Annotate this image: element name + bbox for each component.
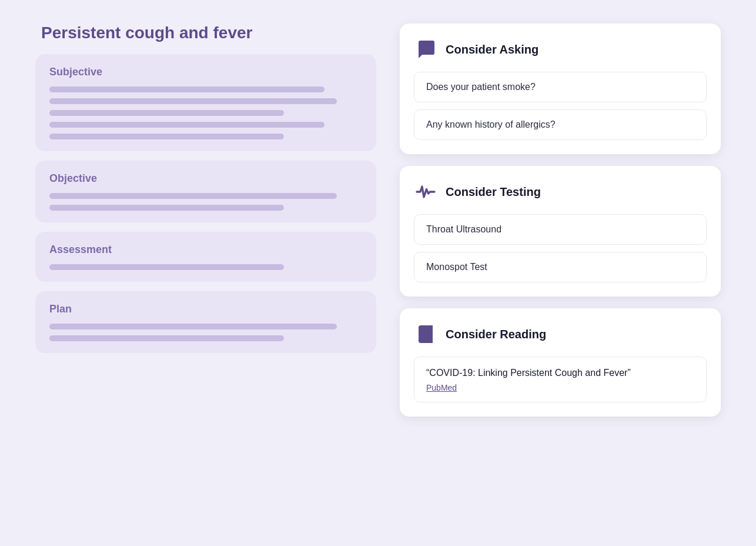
subjective-section: Subjective <box>35 54 376 151</box>
page-title: Persistent cough and fever <box>35 24 376 42</box>
card-header-testing: Consider Testing <box>414 180 707 204</box>
consider-asking-title: Consider Asking <box>446 43 538 56</box>
plan-lines <box>49 324 362 341</box>
line <box>49 193 337 199</box>
consider-testing-card: Consider Testing Throat Ultrasound Monos… <box>400 166 721 297</box>
objective-title: Objective <box>49 172 362 185</box>
line <box>49 264 284 270</box>
consider-reading-card: Consider Reading “COVID-19: Linking Pers… <box>400 308 721 417</box>
objective-lines <box>49 193 362 211</box>
pulse-icon <box>414 180 437 204</box>
asking-item-1[interactable]: Does your patient smoke? <box>414 72 707 102</box>
line <box>49 324 337 329</box>
plan-title: Plan <box>49 303 362 315</box>
consider-reading-title: Consider Reading <box>446 328 546 341</box>
card-header-asking: Consider Asking <box>414 38 707 61</box>
line <box>49 86 325 92</box>
line <box>49 98 337 104</box>
line <box>49 134 284 139</box>
subjective-lines <box>49 86 362 139</box>
assessment-lines <box>49 264 362 270</box>
testing-item-2[interactable]: Monospot Test <box>414 252 707 282</box>
plan-section: Plan <box>35 291 376 353</box>
line <box>49 110 284 116</box>
subjective-title: Subjective <box>49 66 362 78</box>
consider-testing-title: Consider Testing <box>446 185 541 199</box>
main-layout: Persistent cough and fever Subjective Ob… <box>35 24 721 417</box>
testing-item-1[interactable]: Throat Ultrasound <box>414 214 707 245</box>
book-icon <box>414 322 437 346</box>
right-panel: Consider Asking Does your patient smoke?… <box>400 24 721 417</box>
objective-section: Objective <box>35 161 376 222</box>
reading-item-1: “COVID-19: Linking Persistent Cough and … <box>414 357 707 402</box>
line <box>49 205 284 211</box>
line <box>49 335 284 341</box>
reading-item-title: “COVID-19: Linking Persistent Cough and … <box>426 367 694 379</box>
reading-source-link[interactable]: PubMed <box>426 383 694 392</box>
assessment-section: Assessment <box>35 232 376 282</box>
assessment-title: Assessment <box>49 244 362 256</box>
consider-asking-card: Consider Asking Does your patient smoke?… <box>400 24 721 154</box>
asking-item-2[interactable]: Any known history of allergics? <box>414 109 707 140</box>
left-panel: Persistent cough and fever Subjective Ob… <box>35 24 376 417</box>
chat-icon <box>414 38 437 61</box>
card-header-reading: Consider Reading <box>414 322 707 346</box>
line <box>49 122 325 128</box>
